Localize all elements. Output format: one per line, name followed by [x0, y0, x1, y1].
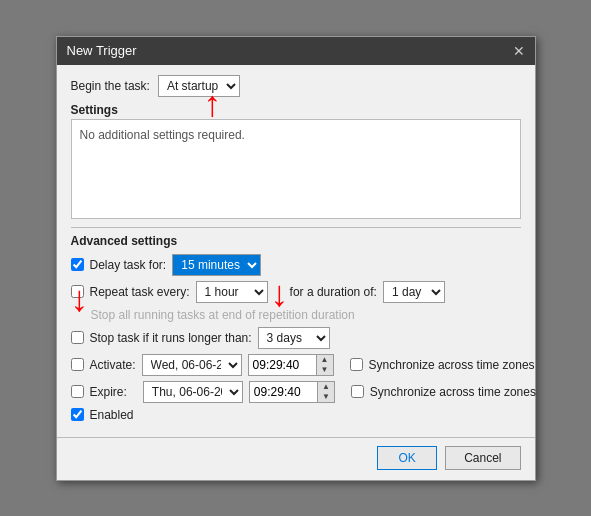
begin-task-label: Begin the task: — [71, 79, 150, 93]
delay-task-checkbox[interactable] — [71, 258, 84, 271]
ok-button[interactable]: OK — [377, 446, 437, 470]
enabled-checkbox[interactable] — [71, 408, 84, 421]
stop-longer-row: Stop task if it runs longer than: 3 days — [71, 327, 521, 349]
settings-box: No additional settings required. — [71, 119, 521, 219]
new-trigger-dialog: New Trigger ✕ Begin the task: At startup… — [56, 36, 536, 481]
for-duration-label: for a duration of: — [290, 285, 377, 299]
delay-task-select[interactable]: 15 minutes — [172, 254, 261, 276]
activate-row: Activate: Wed, 06-06-20' ▲ ▼ Synchronize… — [71, 354, 521, 376]
activate-sync-label: Synchronize across time zones — [369, 358, 535, 372]
repeat-every-select[interactable]: 1 hour — [196, 281, 268, 303]
stop-running-row: Stop all running tasks at end of repetit… — [91, 308, 521, 322]
delay-task-row: Delay task for: 15 minutes — [71, 254, 521, 276]
cancel-button[interactable]: Cancel — [445, 446, 520, 470]
repeat-task-checkbox[interactable] — [71, 285, 84, 298]
for-duration-select[interactable]: 1 day — [383, 281, 445, 303]
activate-time-input[interactable] — [248, 354, 316, 376]
expire-time-spinner: ▲ ▼ — [317, 381, 335, 403]
dialog-footer: OK Cancel — [57, 437, 535, 480]
settings-label: Settings — [71, 103, 521, 117]
repeat-task-label: Repeat task every: — [90, 285, 190, 299]
expire-sync-label: Synchronize across time zones — [370, 385, 536, 399]
expire-sync-checkbox[interactable] — [351, 385, 364, 398]
delay-task-label: Delay task for: — [90, 258, 167, 272]
no-settings-text: No additional settings required. — [80, 128, 245, 142]
stop-running-label: Stop all running tasks at end of repetit… — [91, 308, 355, 322]
expire-label: Expire: — [90, 385, 127, 399]
expire-time-group: ▲ ▼ — [249, 381, 335, 403]
close-icon[interactable]: ✕ — [513, 43, 525, 59]
activate-time-down[interactable]: ▼ — [317, 365, 333, 375]
stop-longer-select[interactable]: 3 days — [258, 327, 330, 349]
begin-task-select[interactable]: At startup — [158, 75, 240, 97]
repeat-task-row: Repeat task every: 1 hour for a duration… — [71, 281, 521, 303]
enabled-label: Enabled — [90, 408, 134, 422]
expire-time-down[interactable]: ▼ — [318, 392, 334, 402]
dialog-title: New Trigger — [67, 43, 137, 58]
expire-checkbox[interactable] — [71, 385, 84, 398]
enabled-row: Enabled — [71, 408, 521, 422]
stop-longer-checkbox[interactable] — [71, 331, 84, 344]
expire-time-input[interactable] — [249, 381, 317, 403]
activate-date-select[interactable]: Wed, 06-06-20' — [142, 354, 242, 376]
expire-time-up[interactable]: ▲ — [318, 382, 334, 392]
activate-sync-checkbox[interactable] — [350, 358, 363, 371]
activate-time-up[interactable]: ▲ — [317, 355, 333, 365]
divider — [71, 227, 521, 228]
expire-row: Expire: Thu, 06-06-20' ▲ ▼ Synchronize a… — [71, 381, 521, 403]
begin-task-row: Begin the task: At startup — [71, 75, 521, 97]
advanced-settings-label: Advanced settings — [71, 234, 521, 248]
activate-time-spinner: ▲ ▼ — [316, 354, 334, 376]
activate-time-group: ▲ ▼ — [248, 354, 334, 376]
dialog-body: Begin the task: At startup Settings No a… — [57, 65, 535, 437]
stop-longer-label: Stop task if it runs longer than: — [90, 331, 252, 345]
expire-date-select[interactable]: Thu, 06-06-20' — [143, 381, 243, 403]
title-bar: New Trigger ✕ — [57, 37, 535, 65]
activate-label: Activate: — [90, 358, 136, 372]
activate-checkbox[interactable] — [71, 358, 84, 371]
